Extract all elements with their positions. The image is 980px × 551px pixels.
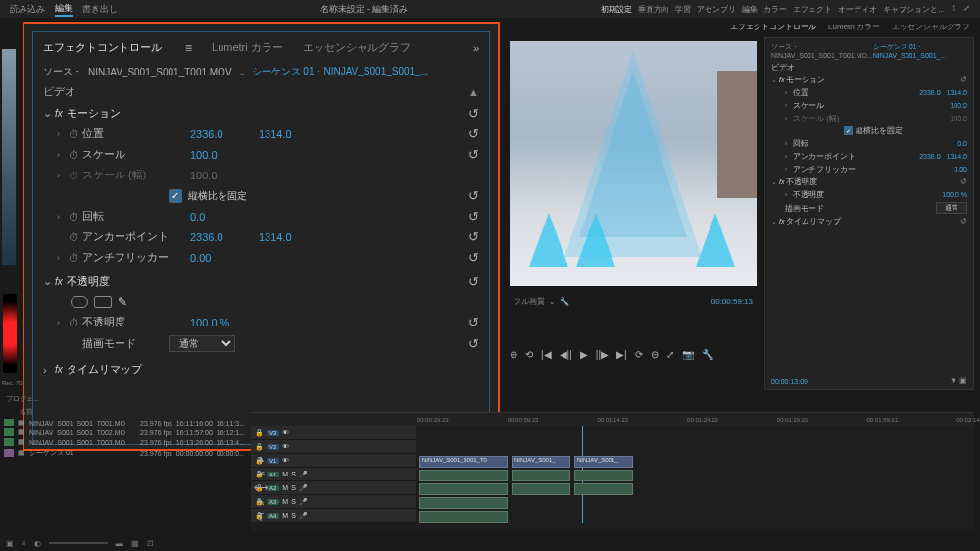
video-clip[interactable]: NINJAV_S001_: [512, 456, 570, 468]
quality-chevron-icon[interactable]: ⌄: [549, 297, 556, 306]
freeform-icon[interactable]: ◐: [34, 539, 41, 548]
audio-clip[interactable]: [419, 497, 508, 509]
step-back-icon[interactable]: ⟲: [525, 349, 533, 360]
panel-menu-icon[interactable]: ≡: [185, 41, 192, 55]
stopwatch-icon[interactable]: ⏱: [69, 211, 82, 223]
mini-filter-icon[interactable]: ▼ ▣: [950, 376, 967, 385]
twirl-timeremap[interactable]: ›: [43, 364, 55, 376]
step-fwd-icon[interactable]: ⟳: [635, 349, 643, 360]
ws-edit[interactable]: 編集: [742, 4, 758, 15]
scale-value[interactable]: 100.0: [190, 149, 249, 161]
overflow-icon[interactable]: »: [473, 42, 479, 54]
ws-default[interactable]: 初期設定: [601, 4, 632, 15]
button-editor-icon[interactable]: 🔧: [702, 349, 713, 360]
audio-clip[interactable]: [419, 483, 508, 495]
timeline-ruler[interactable]: 00:00:29:2300:00:59:2300:01:14:2200:01:2…: [251, 413, 974, 426]
icon-view-icon[interactable]: ≡: [22, 539, 26, 548]
add-marker-icon[interactable]: ⊕: [510, 349, 517, 360]
anchor-y[interactable]: 1314.0: [259, 231, 292, 243]
project-panel-header[interactable]: プロジェ...: [2, 392, 247, 406]
stopwatch-icon[interactable]: ⏱: [69, 231, 82, 243]
video-clip[interactable]: NINJAV_S001_: [574, 456, 633, 468]
tab-essential-graphics[interactable]: エッセンシャルグラフ: [892, 22, 970, 32]
ws-color[interactable]: カラー: [763, 4, 787, 15]
zoom-slider[interactable]: [49, 542, 108, 544]
reset-position-icon[interactable]: ↺: [468, 126, 479, 141]
chevron-down-icon[interactable]: ⌄: [238, 67, 246, 77]
slip-tool-icon[interactable]: ⟷: [253, 482, 269, 493]
loop-icon[interactable]: ⊖: [651, 349, 659, 360]
reset-anchor-icon[interactable]: ↺: [468, 229, 479, 244]
frame-fwd-icon[interactable]: ||▶: [596, 349, 609, 360]
project-item[interactable]: ▦NINJAV_S001_S001_T001.MO23.976 fps16:11…: [2, 418, 247, 427]
ellipse-mask-icon[interactable]: [71, 296, 88, 308]
program-timecode[interactable]: 00:00:59:13: [711, 297, 753, 306]
reset-scale-icon[interactable]: ↺: [468, 147, 479, 162]
list-view-icon[interactable]: ▣: [6, 539, 14, 548]
new-bin-icon[interactable]: ▬: [116, 539, 123, 548]
play-icon[interactable]: ▶: [580, 349, 588, 360]
tab-essential-main[interactable]: エッセンシャルグラフ: [303, 40, 411, 55]
preview-image[interactable]: [510, 41, 757, 286]
trash-icon[interactable]: ⊡: [147, 539, 154, 548]
mini-timecode[interactable]: 00:00:13:09: [771, 378, 808, 385]
audio-clip[interactable]: [512, 470, 570, 481]
rotation-value[interactable]: 0.0: [190, 211, 249, 223]
stopwatch-icon[interactable]: ⏱: [69, 252, 82, 264]
menu-export[interactable]: 書き出し: [82, 3, 118, 16]
tab-effect-controls-main[interactable]: エフェクトコントロール: [43, 40, 162, 55]
tab-lumetri[interactable]: Lumetri カラー: [828, 22, 880, 32]
reset-rotation-icon[interactable]: ↺: [468, 209, 479, 224]
twirl-scale-w[interactable]: ›: [57, 171, 69, 180]
new-item-icon[interactable]: ▦: [131, 539, 139, 548]
settings-icon[interactable]: 🔧: [560, 297, 569, 306]
tab-lumetri-main[interactable]: Lumetri カラー: [212, 40, 283, 55]
audio-clip[interactable]: [419, 470, 508, 481]
collapse-icon[interactable]: ▲: [468, 86, 479, 98]
frame-back-icon[interactable]: ◀||: [560, 349, 572, 360]
ws-audio[interactable]: オーディオ: [838, 4, 877, 15]
twirl-position[interactable]: ›: [57, 129, 69, 139]
ws-effects[interactable]: エフェクト: [793, 4, 832, 15]
pen-mask-icon[interactable]: ✎: [118, 295, 127, 309]
selection-tool-icon[interactable]: ▲: [253, 453, 269, 464]
quality-dropdown[interactable]: フル画質: [514, 296, 545, 307]
audio-clip[interactable]: [419, 511, 508, 523]
share-icon[interactable]: ⇪: [951, 4, 957, 15]
audio-clip[interactable]: [512, 483, 570, 495]
reset-motion-icon[interactable]: ↺: [468, 106, 479, 121]
menu-edit[interactable]: 編集: [55, 2, 73, 17]
twirl-opacity-val[interactable]: ›: [57, 318, 69, 327]
audio-clip[interactable]: [574, 470, 633, 481]
position-x[interactable]: 2336.0: [190, 128, 249, 140]
twirl-opacity[interactable]: ⌄: [43, 276, 55, 288]
reset-antiflicker-icon[interactable]: ↺: [468, 250, 479, 265]
uniform-scale-checkbox[interactable]: ✓: [169, 189, 182, 203]
anchor-x[interactable]: 2336.0: [190, 231, 249, 243]
reset-uniform-icon[interactable]: ↺: [468, 188, 479, 203]
menu-import[interactable]: 読み込み: [10, 3, 45, 16]
fullscreen-icon[interactable]: ⤢: [963, 4, 970, 15]
project-item[interactable]: ▦NINJAV_S001_S001_T002.MO23.976 fps16:11…: [2, 427, 247, 437]
go-in-icon[interactable]: |◀: [541, 349, 552, 360]
type-tool-icon[interactable]: T: [253, 512, 269, 523]
twirl-antiflicker[interactable]: ›: [57, 253, 69, 263]
audio-clip[interactable]: [574, 483, 633, 495]
export-frame-icon[interactable]: 📷: [682, 349, 694, 360]
twirl-scale[interactable]: ›: [57, 150, 69, 160]
rect-mask-icon[interactable]: [94, 296, 112, 308]
project-item[interactable]: ▦シーケンス 0123.976 fps00:00:00:0000:00:0...: [2, 447, 247, 459]
ws-learn[interactable]: 学習: [675, 4, 691, 15]
reset-opacity-group-icon[interactable]: ↺: [468, 275, 479, 289]
pen-tool-icon[interactable]: ✎: [253, 497, 269, 508]
sequence-link[interactable]: シーケンス 01・NINJAV_S001_S001_...: [252, 65, 428, 78]
ws-captions[interactable]: キャプションと...: [883, 4, 945, 15]
reset-blend-icon[interactable]: ↺: [468, 336, 479, 351]
blend-mode-select[interactable]: 通常: [169, 335, 235, 352]
antiflicker-value[interactable]: 0.00: [190, 252, 249, 264]
twirl-motion[interactable]: ⌄: [43, 107, 55, 120]
tab-effect-controls[interactable]: エフェクトコントロール: [730, 22, 816, 32]
video-clip[interactable]: NINJAV_S001_S001_T0: [419, 456, 508, 468]
opacity-value[interactable]: 100.0 %: [190, 317, 249, 328]
col-name[interactable]: 名前: [20, 407, 245, 417]
